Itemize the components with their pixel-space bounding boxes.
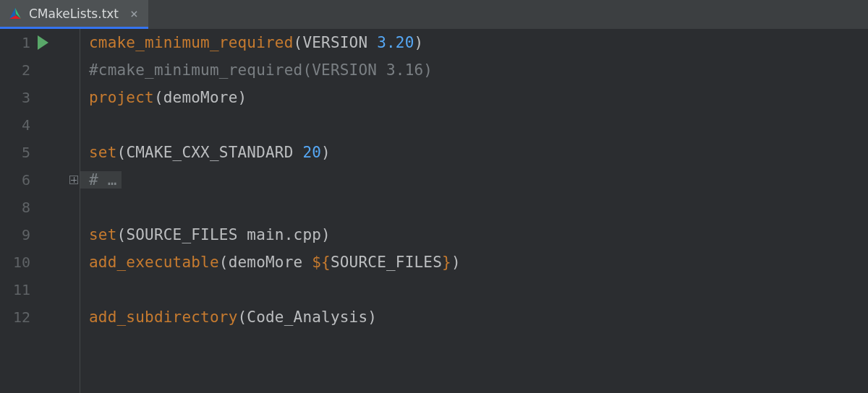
code-line[interactable] bbox=[89, 276, 868, 303]
space bbox=[367, 34, 377, 51]
gutter-row[interactable]: 10 bbox=[0, 249, 80, 276]
close-icon[interactable]: × bbox=[130, 7, 138, 20]
gutter-row[interactable]: 6 bbox=[0, 166, 80, 194]
paren: ) bbox=[238, 89, 247, 106]
space bbox=[302, 254, 312, 271]
argument: CMAKE_CXX_STANDARD bbox=[126, 144, 293, 161]
gutter-row[interactable]: 11 bbox=[0, 276, 80, 303]
argument: 20 bbox=[302, 144, 321, 161]
code-line[interactable]: add_subdirectory(Code_Analysis) bbox=[89, 303, 868, 331]
cmake-command: add_executable bbox=[89, 254, 219, 271]
var-close: } bbox=[442, 254, 451, 271]
line-number: 5 bbox=[0, 144, 30, 161]
paren: ( bbox=[238, 308, 247, 326]
paren: ) bbox=[414, 34, 424, 51]
space bbox=[238, 226, 247, 243]
line-number: 12 bbox=[0, 308, 30, 326]
folded-placeholder[interactable]: # … bbox=[80, 171, 122, 189]
line-number: 11 bbox=[0, 281, 30, 298]
comment: #cmake_minimum_required(VERSION 3.16) bbox=[89, 61, 433, 79]
gutter: 1 2 3 4 5 6 8 9 10 11 12 bbox=[0, 29, 80, 393]
paren: ( bbox=[117, 144, 127, 161]
line-number: 6 bbox=[0, 171, 30, 189]
code-line[interactable]: set(CMAKE_CXX_STANDARD 20) bbox=[89, 139, 868, 166]
tab-bar: CMakeLists.txt × bbox=[0, 0, 868, 29]
argument: Code_Analysis bbox=[247, 308, 367, 326]
gutter-row[interactable]: 2 bbox=[0, 56, 80, 84]
tab-filename: CMakeLists.txt bbox=[29, 7, 119, 21]
cmake-icon bbox=[9, 7, 22, 20]
gutter-row[interactable]: 4 bbox=[0, 111, 80, 139]
code-line[interactable] bbox=[89, 194, 868, 221]
cmake-command: cmake_minimum_required bbox=[89, 34, 294, 51]
gutter-row[interactable]: 8 bbox=[0, 194, 80, 221]
cmake-command: add_subdirectory bbox=[89, 308, 238, 326]
space bbox=[294, 144, 303, 161]
code-line[interactable]: # … bbox=[89, 166, 868, 194]
code-line[interactable]: project(demoMore) bbox=[89, 84, 868, 111]
paren: ) bbox=[367, 308, 377, 326]
gutter-row[interactable]: 12 bbox=[0, 303, 80, 331]
argument: VERSION bbox=[302, 34, 367, 51]
run-icon[interactable] bbox=[38, 35, 48, 50]
paren: ( bbox=[117, 226, 127, 243]
gutter-row[interactable]: 1 bbox=[0, 29, 80, 56]
line-number: 1 bbox=[0, 34, 30, 51]
paren: ( bbox=[294, 34, 303, 51]
var-name: SOURCE_FILES bbox=[331, 254, 442, 271]
cmake-command: project bbox=[89, 89, 154, 106]
argument: main.cpp bbox=[247, 226, 321, 243]
paren: ) bbox=[451, 254, 461, 271]
var-open: ${ bbox=[312, 254, 331, 271]
line-number: 3 bbox=[0, 89, 30, 106]
code-line[interactable] bbox=[89, 111, 868, 139]
code-line[interactable]: set(SOURCE_FILES main.cpp) bbox=[89, 221, 868, 249]
code-line[interactable]: add_executable(demoMore ${SOURCE_FILES}) bbox=[89, 249, 868, 276]
argument: demoMore bbox=[163, 89, 238, 106]
code-line[interactable]: cmake_minimum_required(VERSION 3.20) bbox=[89, 29, 868, 56]
cmake-command: set bbox=[89, 144, 117, 161]
tab-cmakelists[interactable]: CMakeLists.txt × bbox=[0, 0, 148, 29]
line-number: 4 bbox=[0, 116, 30, 134]
fold-expand-icon[interactable] bbox=[69, 176, 78, 184]
code-area[interactable]: cmake_minimum_required(VERSION 3.20) #cm… bbox=[80, 29, 868, 393]
line-number: 2 bbox=[0, 61, 30, 79]
code-line[interactable]: #cmake_minimum_required(VERSION 3.16) bbox=[89, 56, 868, 84]
paren: ) bbox=[321, 226, 331, 243]
paren: ( bbox=[154, 89, 163, 106]
argument: 3.20 bbox=[377, 34, 414, 51]
paren: ) bbox=[321, 144, 331, 161]
cmake-command: set bbox=[89, 226, 117, 243]
gutter-row[interactable]: 3 bbox=[0, 84, 80, 111]
line-number: 8 bbox=[0, 199, 30, 216]
argument: SOURCE_FILES bbox=[126, 226, 237, 243]
paren: ( bbox=[219, 254, 229, 271]
argument: demoMore bbox=[229, 254, 303, 271]
line-number: 9 bbox=[0, 226, 30, 243]
gutter-row[interactable]: 9 bbox=[0, 221, 80, 249]
editor: 1 2 3 4 5 6 8 9 10 11 12 bbox=[0, 29, 868, 393]
gutter-row[interactable]: 5 bbox=[0, 139, 80, 166]
line-number: 10 bbox=[0, 254, 30, 271]
